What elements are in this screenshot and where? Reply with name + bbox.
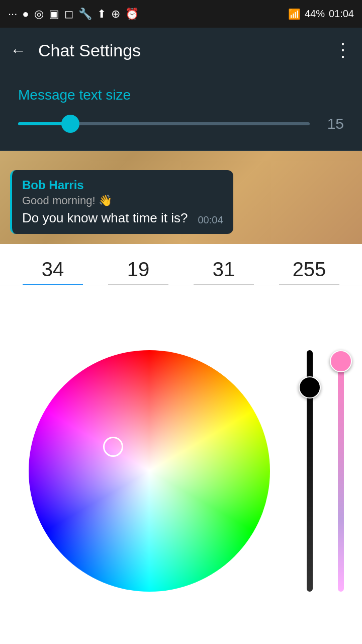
more-options-button[interactable]: ⋮ (334, 40, 352, 61)
alpha-slider[interactable] (338, 350, 344, 592)
status-bar-left: ··· ● ◎ ▣ ◻ 🔧 ⬆ ⊕ ⏰ (8, 8, 139, 21)
slider-row: 15 (18, 115, 344, 132)
slider-value: 15 (320, 115, 344, 132)
color-wheel-container (10, 350, 289, 592)
blue-input[interactable] (194, 258, 254, 285)
vertical-sliders (299, 350, 352, 592)
chat-replied-text: Good morning! 👋 (22, 194, 223, 207)
chat-message-row: Do you know what time it is? 00:04 (22, 210, 223, 226)
message-size-section: Message text size 15 (0, 73, 362, 151)
signal-icon: 📶 (288, 8, 301, 20)
chat-message: Do you know what time it is? (22, 210, 188, 226)
whatsapp-icon: ● (22, 8, 29, 21)
wrench-icon: 🔧 (78, 8, 92, 21)
camera-icon: ◎ (34, 8, 44, 21)
green-input[interactable] (108, 258, 168, 285)
color-wheel-area (0, 285, 362, 644)
status-bar-right: 📶 44% 01:04 (288, 8, 354, 20)
brightness-slider-container (299, 350, 321, 592)
blue-input-group (189, 258, 259, 285)
back-button[interactable]: ← (10, 41, 26, 60)
brightness-thumb[interactable] (299, 376, 321, 398)
slider-thumb[interactable] (61, 115, 79, 133)
red-input[interactable] (23, 258, 83, 285)
instagram-icon: ◻ (64, 8, 73, 21)
alpha-slider-container (330, 350, 352, 592)
green-input-group (103, 258, 173, 285)
chat-sender: Bob Harris (22, 178, 223, 192)
chat-preview: Bob Harris Good morning! 👋 Do you know w… (0, 151, 362, 244)
alpha-input[interactable] (279, 258, 339, 285)
brightness-slider[interactable] (307, 350, 313, 592)
chat-time: 00:04 (198, 214, 223, 226)
time-text: 01:04 (329, 8, 354, 20)
page-title: Chat Settings (38, 41, 334, 60)
sd-icon: ▣ (49, 8, 59, 21)
notification-dots-icon: ··· (8, 8, 17, 21)
color-wheel[interactable] (29, 350, 270, 592)
alpha-thumb[interactable] (330, 350, 352, 372)
size-slider[interactable] (18, 122, 310, 125)
battery-text: 44% (305, 8, 325, 20)
rgba-inputs-row (0, 244, 362, 285)
plus-icon: ⊕ (111, 8, 120, 21)
color-picker-sheet (0, 244, 362, 644)
red-input-group (18, 258, 88, 285)
top-bar: ← Chat Settings ⋮ (0, 28, 362, 73)
status-bar: ··· ● ◎ ▣ ◻ 🔧 ⬆ ⊕ ⏰ 📶 44% 01:04 (0, 0, 362, 28)
color-wheel-selector[interactable] (103, 437, 123, 457)
alarm-icon: ⏰ (125, 8, 139, 21)
alpha-input-group (274, 258, 344, 285)
chat-bubble: Bob Harris Good morning! 👋 Do you know w… (10, 170, 233, 234)
message-size-label: Message text size (18, 87, 344, 103)
upload-icon: ⬆ (97, 8, 106, 21)
